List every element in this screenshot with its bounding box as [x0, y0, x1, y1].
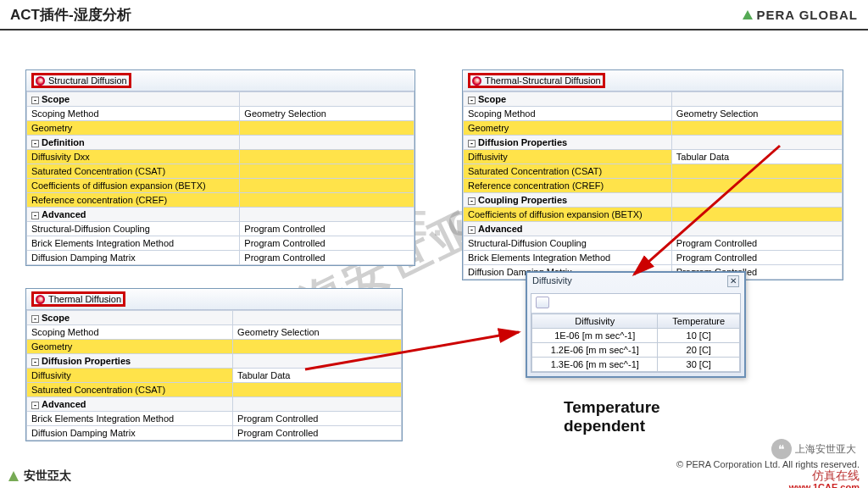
property-name: Brick Elements Integration Method	[27, 412, 233, 426]
group-header: -Advanced	[27, 208, 240, 222]
panel-icon	[36, 295, 45, 304]
property-row: Diffusion Damping MatrixProgram Controll…	[27, 426, 402, 441]
property-grid: -ScopeScoping MethodGeometry SelectionGe…	[26, 92, 415, 265]
property-value[interactable]	[240, 179, 415, 193]
property-row: Reference concentration (CREF)	[464, 179, 843, 193]
property-row: Coefficients of diffusion expansion (BET…	[27, 179, 415, 193]
property-value[interactable]	[233, 383, 402, 397]
group-header: -Definition	[27, 136, 240, 150]
group-header: -Scope	[464, 92, 672, 107]
property-name: Diffusion Damping Matrix	[27, 251, 240, 265]
property-name: Geometry	[27, 340, 233, 354]
table-tool-icon[interactable]	[536, 297, 549, 308]
property-name: Structural-Diffusion Coupling	[464, 236, 672, 251]
dialog-titlebar: Diffusivity ✕	[527, 273, 744, 290]
footer-handwriting: 仿真在线	[676, 469, 860, 482]
property-row: -Advanced	[27, 397, 402, 412]
property-value[interactable]	[671, 179, 842, 193]
footer-link: www.1CAE.com	[789, 482, 860, 488]
brand-logo-top: PERA GLOBAL	[743, 8, 858, 22]
property-value[interactable]	[240, 193, 415, 208]
property-grid: -ScopeScoping MethodGeometry SelectionGe…	[463, 92, 843, 280]
collapse-toggle-icon[interactable]: -	[31, 315, 39, 323]
property-row: Saturated Concentration (CSAT)	[464, 164, 843, 179]
slide-title: ACT插件-湿度分析	[10, 5, 131, 25]
footer-brand-text: 安世亞太	[24, 469, 71, 484]
property-row: Scoping MethodGeometry Selection	[27, 107, 415, 121]
dialog-body: Diffusivity Temperature 1E-06 [m m sec^-…	[531, 293, 741, 373]
footer-brand: 安世亞太	[8, 469, 71, 484]
brand-text: PERA GLOBAL	[756, 8, 858, 22]
property-value[interactable]: Program Controlled	[671, 236, 842, 251]
property-value[interactable]: Program Controlled	[233, 426, 402, 441]
property-row: Structural-Diffusion CouplingProgram Con…	[464, 236, 843, 251]
property-row: Brick Elements Integration MethodProgram…	[27, 236, 415, 251]
property-row: Scoping MethodGeometry Selection	[27, 325, 402, 340]
property-value[interactable]: Geometry Selection	[671, 107, 842, 121]
property-name: Diffusivity Dxx	[27, 150, 240, 164]
panel-thermal-diffusion: Thermal Diffusion -ScopeScoping MethodGe…	[25, 288, 403, 441]
property-name: Diffusivity	[464, 150, 672, 164]
property-value[interactable]	[240, 121, 415, 136]
collapse-toggle-icon[interactable]: -	[468, 140, 476, 147]
property-value[interactable]	[671, 121, 842, 136]
dialog-toolbar	[531, 294, 740, 313]
collapse-toggle-icon[interactable]: -	[468, 97, 476, 104]
dialog-title-text: Diffusivity	[532, 275, 572, 287]
collapse-toggle-icon[interactable]: -	[468, 197, 476, 205]
panel-title-text: Thermal-Structural Diffusion	[485, 75, 601, 86]
panel-title-text: Thermal Diffusion	[48, 294, 121, 304]
logo-triangle-icon	[743, 10, 753, 19]
wechat-text: 上海安世亚大	[795, 442, 856, 457]
property-name: Scoping Method	[27, 107, 240, 121]
property-value[interactable]: Geometry Selection	[240, 107, 415, 121]
property-row: -Scope	[27, 311, 402, 325]
property-value[interactable]: Program Controlled	[233, 412, 402, 426]
close-icon[interactable]: ✕	[727, 275, 739, 287]
property-row: DiffusivityTabular Data	[27, 369, 402, 383]
property-value[interactable]: Program Controlled	[240, 251, 415, 265]
group-header: -Scope	[27, 311, 233, 325]
property-name: Reference concentration (CREF)	[27, 193, 240, 208]
property-name: Reference concentration (CREF)	[464, 179, 672, 193]
property-value[interactable]: Program Controlled	[240, 222, 415, 236]
table-row: 1E-06 [m m sec^-1]10 [C]	[532, 329, 740, 343]
property-name: Scoping Method	[27, 325, 233, 340]
collapse-toggle-icon[interactable]: -	[31, 402, 39, 409]
property-name: Geometry	[464, 121, 672, 136]
property-value[interactable]	[671, 164, 842, 179]
property-value[interactable]: Tabular Data	[233, 369, 402, 383]
property-value[interactable]: Program Controlled	[671, 251, 842, 265]
collapse-toggle-icon[interactable]: -	[31, 358, 39, 366]
property-name: Brick Elements Integration Method	[27, 236, 240, 251]
property-value[interactable]	[671, 208, 842, 222]
property-row: Coefficients of diffusion expansion (BET…	[464, 208, 843, 222]
collapse-toggle-icon[interactable]: -	[31, 97, 39, 104]
collapse-toggle-icon[interactable]: -	[468, 226, 476, 234]
property-name: Coefficients of diffusion expansion (BET…	[464, 208, 672, 222]
panel-title-bar: Thermal Diffusion	[26, 289, 402, 310]
property-value[interactable]	[233, 340, 402, 354]
property-name: Structural-Diffusion Coupling	[27, 222, 240, 236]
property-value[interactable]	[240, 164, 415, 179]
property-row: Reference concentration (CREF)	[27, 193, 415, 208]
diffusivity-dialog[interactable]: Diffusivity ✕ Diffusivity Temperature 1E…	[526, 271, 746, 378]
property-value[interactable]: Geometry Selection	[233, 325, 402, 340]
table-row: 1.3E-06 [m m sec^-1]30 [C]	[532, 358, 740, 372]
property-grid: -ScopeScoping MethodGeometry SelectionGe…	[26, 310, 402, 441]
property-value[interactable]: Tabular Data	[671, 150, 842, 164]
property-row: -Advanced	[27, 208, 415, 222]
property-name: Saturated Concentration (CSAT)	[464, 164, 672, 179]
panel-thermal-structural-diffusion: Thermal-Structural Diffusion -ScopeScopi…	[462, 69, 843, 280]
collapse-toggle-icon[interactable]: -	[31, 140, 39, 147]
property-row: Geometry	[27, 340, 402, 354]
property-row: Diffusion Damping MatrixProgram Controll…	[27, 251, 415, 265]
wechat-attribution: ❝ 上海安世亚大	[771, 439, 856, 459]
property-value[interactable]	[240, 150, 415, 164]
property-value[interactable]: Program Controlled	[240, 236, 415, 251]
panel-title-bar: Structural Diffusion	[26, 70, 415, 92]
collapse-toggle-icon[interactable]: -	[31, 212, 39, 219]
slide-header: ACT插件-湿度分析 PERA GLOBAL	[0, 0, 868, 30]
property-name: Diffusivity	[27, 369, 233, 383]
group-header: -Advanced	[27, 397, 233, 412]
